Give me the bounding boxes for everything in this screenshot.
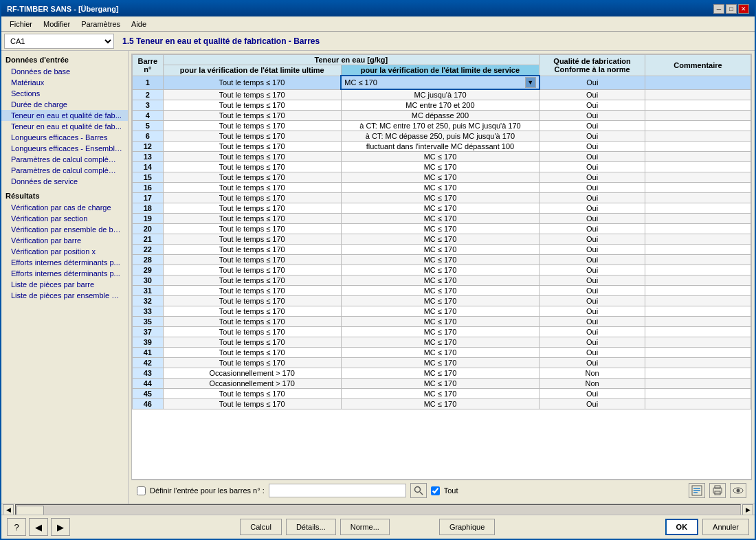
- cell-a[interactable]: Occasionnellement > 170: [163, 379, 341, 389]
- sidebar-item-verif-charge[interactable]: Vérification par cas de charge: [1, 202, 128, 213]
- table-row[interactable]: 14Tout le temps ≤ 170MC ≤ 170Oui: [133, 162, 751, 172]
- cell-b[interactable]: MC dépasse 200: [341, 111, 539, 121]
- cell-a[interactable]: Tout le temps ≤ 170: [163, 183, 341, 193]
- cell-b[interactable]: MC ≤ 170: [341, 214, 539, 224]
- cell-a[interactable]: Tout le temps ≤ 170: [163, 265, 341, 275]
- table-row[interactable]: 20Tout le temps ≤ 170MC ≤ 170Oui: [133, 224, 751, 234]
- cell-a[interactable]: Tout le temps ≤ 170: [163, 100, 341, 111]
- cell-b[interactable]: MC ≤ 170: [341, 368, 539, 379]
- cell-b[interactable]: MC ≤ 170: [341, 172, 539, 183]
- cell-b[interactable]: MC ≤ 170: [341, 317, 539, 327]
- table-row[interactable]: 33Tout le temps ≤ 170MC ≤ 170Oui: [133, 306, 751, 317]
- cell-b[interactable]: MC ≤ 170: [341, 255, 539, 265]
- sidebar-item-liste-barre[interactable]: Liste de pièces par barre: [1, 279, 128, 290]
- cell-a[interactable]: Tout le temps ≤ 170: [163, 399, 341, 409]
- sidebar-item-sections[interactable]: Sections: [1, 88, 128, 99]
- table-row[interactable]: 2Tout le temps ≤ 170MC jusqu'à 170Oui: [133, 89, 751, 100]
- sidebar-item-verif-position[interactable]: Vérification par position x: [1, 246, 128, 257]
- cell-b[interactable]: MC ≤ 170: [341, 203, 539, 214]
- table-row[interactable]: 45Tout le temps ≤ 170MC ≤ 170Oui: [133, 389, 751, 399]
- graphique-button[interactable]: Graphique: [439, 519, 495, 535]
- cell-b[interactable]: MC ≤ 170: [341, 193, 539, 203]
- table-row[interactable]: 35Tout le temps ≤ 170MC ≤ 170Oui: [133, 317, 751, 327]
- cell-a[interactable]: Tout le temps ≤ 170: [163, 327, 341, 337]
- cell-a[interactable]: Tout le temps ≤ 170: [163, 224, 341, 234]
- table-row[interactable]: 21Tout le temps ≤ 170MC ≤ 170Oui: [133, 234, 751, 245]
- ok-button[interactable]: OK: [665, 519, 699, 535]
- case-dropdown[interactable]: CA1: [4, 34, 114, 49]
- table-row[interactable]: 44Occasionnellement > 170MC ≤ 170Non: [133, 379, 751, 389]
- sidebar-item-teneur2[interactable]: Teneur en eau et qualité de fab...: [1, 121, 128, 132]
- cell-b[interactable]: MC ≤ 170: [341, 265, 539, 275]
- sidebar-item-efforts2[interactable]: Efforts internes déterminants p...: [1, 268, 128, 279]
- cell-b[interactable]: MC ≤ 170: [341, 358, 539, 368]
- cell-a[interactable]: Occasionnellement > 170: [163, 368, 341, 379]
- cell-b[interactable]: MC ≤ 170: [341, 275, 539, 286]
- table-row[interactable]: 4Tout le temps ≤ 170MC dépasse 200Oui: [133, 111, 751, 121]
- menu-fichier[interactable]: Fichier: [4, 19, 38, 30]
- table-row[interactable]: 37Tout le temps ≤ 170MC ≤ 170Oui: [133, 327, 751, 337]
- sidebar-item-donnees-service[interactable]: Données de service: [1, 176, 128, 187]
- cell-b[interactable]: MC ≤ 170: [341, 399, 539, 409]
- sidebar-item-verif-ensemble[interactable]: Vérification par ensemble de ba...: [1, 224, 128, 235]
- sidebar-item-params1[interactable]: Paramètres de calcul complème...: [1, 154, 128, 165]
- define-checkbox[interactable]: [137, 486, 146, 495]
- cell-b[interactable]: MC ≤ 170: [341, 337, 539, 348]
- cell-a[interactable]: Tout le temps ≤ 170: [163, 214, 341, 224]
- cell-a[interactable]: Tout le temps ≤ 170: [163, 348, 341, 358]
- cell-b[interactable]: fluctuant dans l'intervalle MC dépassant…: [341, 142, 539, 152]
- table-container[interactable]: Barren° Teneur en eau [g/kg] Qualité de …: [131, 54, 752, 480]
- cell-b[interactable]: MC jusqu'à 170: [341, 89, 539, 100]
- table-row[interactable]: 43Occasionnellement > 170MC ≤ 170Non: [133, 368, 751, 379]
- table-row[interactable]: 42Tout le temps ≤ 170MC ≤ 170Oui: [133, 358, 751, 368]
- table-row[interactable]: 17Tout le temps ≤ 170MC ≤ 170Oui: [133, 193, 751, 203]
- table-row[interactable]: 31Tout le temps ≤ 170MC ≤ 170Oui: [133, 286, 751, 296]
- table-row[interactable]: 5Tout le temps ≤ 170à CT: MC entre 170 e…: [133, 121, 751, 131]
- cell-a[interactable]: Tout le temps ≤ 170: [163, 152, 341, 162]
- sidebar-item-longueurs-ensemble[interactable]: Longueurs efficaces - Ensemble...: [1, 143, 128, 154]
- sidebar-item-verif-barre[interactable]: Vérification par barre: [1, 235, 128, 246]
- cell-b[interactable]: MC ≤ 170▼: [341, 76, 539, 89]
- table-row[interactable]: 13Tout le temps ≤ 170MC ≤ 170Oui: [133, 152, 751, 162]
- barre-input[interactable]: [269, 484, 406, 497]
- cell-a[interactable]: Tout le temps ≤ 170: [163, 121, 341, 131]
- sidebar-item-params2[interactable]: Paramètres de calcul complème...: [1, 165, 128, 176]
- close-button[interactable]: ✕: [738, 4, 749, 14]
- table-row[interactable]: 16Tout le temps ≤ 170MC ≤ 170Oui: [133, 183, 751, 193]
- help-footer-button[interactable]: ?: [7, 518, 26, 536]
- norme-button[interactable]: Norme...: [340, 519, 390, 535]
- cell-b[interactable]: à CT: MC dépasse 250, puis MC jusqu'à 17…: [341, 131, 539, 142]
- cell-a[interactable]: Tout le temps ≤ 170: [163, 76, 341, 89]
- table-row[interactable]: 15Tout le temps ≤ 170MC ≤ 170Oui: [133, 172, 751, 183]
- cell-a[interactable]: Tout le temps ≤ 170: [163, 275, 341, 286]
- sidebar-item-longueurs-barres[interactable]: Longueurs efficaces - Barres: [1, 132, 128, 143]
- cell-a[interactable]: Tout le temps ≤ 170: [163, 255, 341, 265]
- table-row[interactable]: 6Tout le temps ≤ 170à CT: MC dépasse 250…: [133, 131, 751, 142]
- table-row[interactable]: 18Tout le temps ≤ 170MC ≤ 170Oui: [133, 203, 751, 214]
- scrollbar-track[interactable]: [15, 504, 741, 515]
- details-button[interactable]: Détails...: [286, 519, 336, 535]
- sidebar-item-donnees-base[interactable]: Données de base: [1, 66, 128, 77]
- annuler-button[interactable]: Annuler: [702, 519, 749, 535]
- cell-b[interactable]: MC ≤ 170: [341, 183, 539, 193]
- sidebar-item-liste-ensemble[interactable]: Liste de pièces par ensemble de...: [1, 290, 128, 301]
- cell-a[interactable]: Tout le temps ≤ 170: [163, 306, 341, 317]
- cell-a[interactable]: Tout le temps ≤ 170: [163, 111, 341, 121]
- cell-a[interactable]: Tout le temps ≤ 170: [163, 203, 341, 214]
- table-row[interactable]: 39Tout le temps ≤ 170MC ≤ 170Oui: [133, 337, 751, 348]
- cell-a[interactable]: Tout le temps ≤ 170: [163, 296, 341, 306]
- next-footer-button[interactable]: ▶: [51, 518, 70, 536]
- table-row[interactable]: 19Tout le temps ≤ 170MC ≤ 170Oui: [133, 214, 751, 224]
- export-icon-button[interactable]: [689, 483, 705, 498]
- cell-b[interactable]: MC ≤ 170: [341, 234, 539, 245]
- cell-a[interactable]: Tout le temps ≤ 170: [163, 286, 341, 296]
- table-row[interactable]: 3Tout le temps ≤ 170MC entre 170 et 200O…: [133, 100, 751, 111]
- cell-a[interactable]: Tout le temps ≤ 170: [163, 89, 341, 100]
- sidebar-item-teneur1[interactable]: Teneur en eau et qualité de fab...: [1, 110, 128, 121]
- sidebar-item-materiaux[interactable]: Matériaux: [1, 77, 128, 88]
- calcul-button[interactable]: Calcul: [240, 519, 282, 535]
- table-row[interactable]: 28Tout le temps ≤ 170MC ≤ 170Oui: [133, 255, 751, 265]
- table-row[interactable]: 22Tout le temps ≤ 170MC ≤ 170Oui: [133, 245, 751, 255]
- scroll-right-button[interactable]: ▶: [742, 504, 753, 515]
- cell-b[interactable]: MC ≤ 170: [341, 152, 539, 162]
